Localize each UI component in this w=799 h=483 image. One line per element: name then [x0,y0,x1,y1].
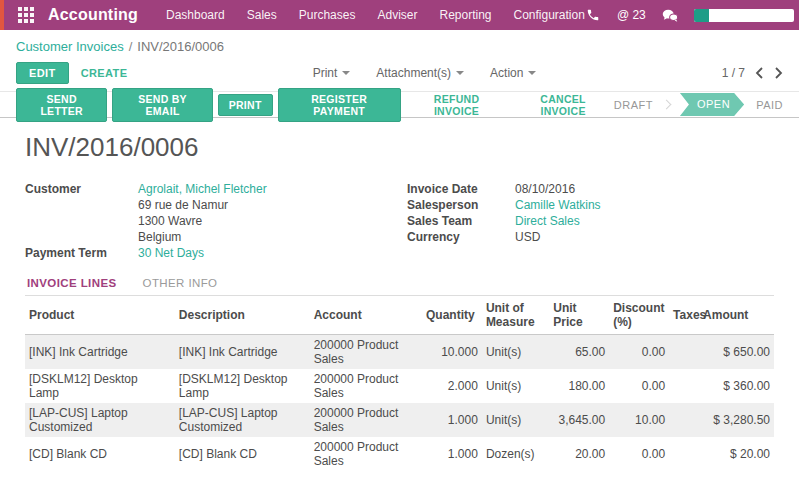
breadcrumb-separator: / [129,39,133,54]
state-paid[interactable]: PAID [756,99,783,111]
invoice-date-label: Invoice Date [407,181,507,197]
sales-team-label: Sales Team [407,213,507,229]
breadcrumb-parent-link[interactable]: Customer Invoices [16,39,124,54]
invoice-lines-table: Product Description Account Quantity Uni… [25,296,774,471]
state-open-active[interactable]: OPEN [680,93,744,116]
invoice-number-title: INV/2016/0006 [25,132,774,163]
invoice-sheet: INV/2016/0006 Customer Agrolait, Michel … [0,118,799,483]
col-quantity: Quantity [422,296,482,335]
navbar-systray: @ 23 Administrator [585,7,799,24]
tab-other-info[interactable]: OTHER INFO [143,277,218,289]
record-pager: 1 / 7 [722,66,783,80]
col-taxes: Taxes [669,296,699,335]
status-pipeline: DRAFT OPEN PAID [614,93,783,116]
send-letter-button[interactable]: SEND LETTER [16,88,107,122]
col-discount: Discount (%) [609,296,669,335]
top-navbar: Accounting Dashboard Sales Purchases Adv… [0,0,799,30]
fields-right-column: Invoice Date 08/10/2016 Salesperson Cami… [407,181,774,261]
statusbar-buttons: SEND LETTER SEND BY EMAIL PRINT REGISTER… [16,88,614,122]
customer-link[interactable]: Agrolait, Michel Fletcher [138,181,407,197]
nav-menu-adviser[interactable]: Adviser [377,8,417,22]
control-panel: EDIT CREATE Print Attachment(s) Action 1… [0,56,799,91]
pager-counter: 1 / 7 [722,66,745,80]
edit-button[interactable]: EDIT [16,62,69,84]
send-by-email-button[interactable]: SEND BY EMAIL [112,88,212,122]
action-dropdown[interactable]: Action [490,66,536,80]
currency-value: USD [515,229,774,245]
table-header-row: Product Description Account Quantity Uni… [25,296,774,335]
print-button[interactable]: PRINT [218,94,273,116]
notebook-tabs: INVOICE LINES OTHER INFO [25,277,774,296]
statusbar: SEND LETTER SEND BY EMAIL PRINT REGISTER… [0,91,799,118]
register-payment-button[interactable]: REGISTER PAYMENT [278,88,401,122]
nav-menu-purchases[interactable]: Purchases [299,8,356,22]
refund-invoice-button[interactable]: REFUND INVOICE [406,89,508,121]
sales-team-link[interactable]: Direct Sales [515,213,774,229]
invoice-fields: Customer Agrolait, Michel Fletcher 69 ru… [25,181,774,261]
invoice-date-value: 08/10/2016 [515,181,774,197]
nav-menu-dashboard[interactable]: Dashboard [166,8,225,22]
activities-counter[interactable]: @ 23 [617,8,646,22]
col-amount: Amount [699,296,774,335]
col-account: Account [310,296,422,335]
col-unit-of-measure: Unit of Measure [482,296,549,335]
chat-bubbles-icon[interactable] [662,7,678,23]
table-row[interactable]: [CD] Blank CD[CD] Blank CD 200000 Produc… [25,437,774,471]
customer-address-line: 1300 Wavre [138,213,407,229]
payment-term-label: Payment Term [25,245,130,261]
salesperson-link[interactable]: Camille Watkins [515,197,774,213]
chevron-down-icon [342,71,350,75]
app-brand[interactable]: Accounting [48,6,138,24]
col-unit-price: Unit Price [549,296,609,335]
apps-grid-icon[interactable] [18,7,34,23]
phone-icon[interactable] [585,7,601,23]
attachments-dropdown[interactable]: Attachment(s) [376,66,464,80]
planner-progress-fill [694,9,709,22]
table-row[interactable]: [INK] Ink Cartridge[INK] Ink Cartridge 2… [25,335,774,370]
salesperson-label: Salesperson [407,197,507,213]
pager-previous-button[interactable] [755,67,764,79]
create-button[interactable]: CREATE [81,67,128,79]
col-product: Product [25,296,175,335]
chevron-right-icon [662,100,672,110]
breadcrumb: Customer Invoices/INV/2016/0006 [0,30,799,56]
state-draft[interactable]: DRAFT [614,99,653,111]
nav-menu-configuration[interactable]: Configuration [514,8,585,22]
cancel-invoice-button[interactable]: CANCEL INVOICE [512,89,613,121]
print-dropdown[interactable]: Print [313,66,351,80]
col-description: Description [175,296,310,335]
customer-address-line: Belgium [138,229,407,245]
main-menu: Dashboard Sales Purchases Adviser Report… [166,8,585,22]
breadcrumb-current: INV/2016/0006 [137,39,224,54]
payment-term-link[interactable]: 30 Net Days [138,245,407,261]
table-row[interactable]: [DSKLM12] Desktop Lamp[DSKLM12] Desktop … [25,369,774,403]
chevron-down-icon [456,71,464,75]
customer-address-line: 69 rue de Namur [138,197,407,213]
tab-invoice-lines[interactable]: INVOICE LINES [27,277,117,289]
fields-left-column: Customer Agrolait, Michel Fletcher 69 ru… [25,181,407,261]
left-edge-strip [0,0,4,30]
nav-menu-sales[interactable]: Sales [247,8,277,22]
activities-count-badge: 23 [632,8,645,22]
chevron-down-icon [528,71,536,75]
planner-progress-bar[interactable] [694,9,794,22]
control-dropdowns: Print Attachment(s) Action [127,66,721,80]
at-icon: @ [617,8,629,22]
table-row[interactable]: [LAP-CUS] Laptop Customized[LAP-CUS] Lap… [25,403,774,437]
currency-label: Currency [407,229,507,245]
nav-menu-reporting[interactable]: Reporting [439,8,491,22]
pager-next-button[interactable] [774,67,783,79]
customer-label: Customer [25,181,130,197]
